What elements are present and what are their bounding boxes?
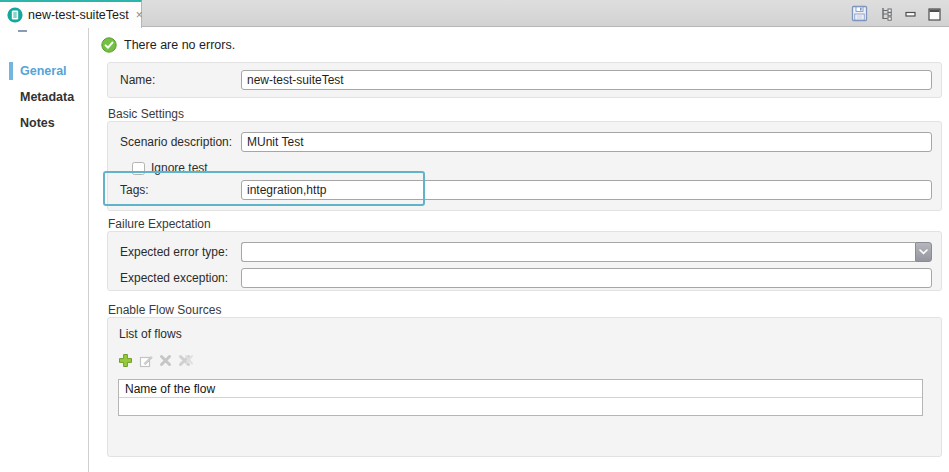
- expected-exception-row: Expected exception:: [120, 268, 932, 288]
- remove-all-flows-icon[interactable]: [178, 354, 194, 367]
- flows-list[interactable]: Name of the flow: [118, 379, 923, 416]
- sidebar-item-metadata[interactable]: Metadata: [0, 84, 88, 110]
- test-suite-icon: [7, 7, 23, 23]
- tags-label: Tags:: [120, 183, 241, 197]
- sidebar-item-label: Notes: [20, 116, 55, 130]
- minimize-icon[interactable]: [905, 7, 917, 21]
- ignore-test-label: Ignore test: [151, 161, 208, 175]
- general-form: There are no errors. Name: Basic Setting…: [90, 28, 949, 472]
- flows-empty-row: [119, 398, 922, 415]
- add-flow-icon[interactable]: [118, 353, 133, 368]
- failure-expectation-header: Failure Expectation: [108, 217, 211, 231]
- close-icon[interactable]: ×: [136, 9, 143, 21]
- sidebar-item-label: General: [20, 64, 67, 78]
- name-panel: Name:: [107, 62, 942, 98]
- scenario-description-input[interactable]: [241, 132, 932, 152]
- ignore-test-row: Ignore test: [132, 160, 208, 176]
- flows-column-header: Name of the flow: [119, 380, 922, 398]
- save-icon[interactable]: [851, 5, 868, 22]
- enable-flow-sources-header: Enable Flow Sources: [108, 303, 221, 317]
- sidebar-item-general[interactable]: General: [0, 58, 88, 84]
- sidebar-dash: [18, 30, 27, 32]
- maximize-icon[interactable]: [928, 7, 941, 21]
- active-indicator-bar: [9, 62, 13, 80]
- sidebar-item-notes[interactable]: Notes: [0, 110, 88, 136]
- name-field-row: Name:: [120, 70, 932, 90]
- status-row: There are no errors.: [101, 37, 235, 53]
- flows-toolbar: [118, 353, 194, 368]
- sidebar-item-label: Metadata: [20, 90, 74, 104]
- expected-error-type-label: Expected error type:: [120, 245, 241, 259]
- basic-settings-header: Basic Settings: [108, 107, 184, 121]
- form-sidebar: General Metadata Notes: [0, 28, 89, 472]
- scenario-description-label: Scenario description:: [120, 135, 241, 149]
- list-of-flows-title: List of flows: [119, 327, 182, 341]
- chevron-down-icon[interactable]: [915, 242, 932, 262]
- tab-new-test-suite[interactable]: new-test-suiteTest ×: [0, 0, 142, 28]
- expected-exception-input[interactable]: [241, 268, 932, 288]
- remove-flow-icon[interactable]: [159, 354, 172, 367]
- enable-flow-sources-panel: List of flows Name of the flow: [107, 317, 942, 457]
- failure-expectation-panel: Expected error type: Expected exception:: [107, 231, 942, 291]
- check-circle-icon: [101, 37, 117, 53]
- expected-error-type-value[interactable]: [241, 242, 915, 262]
- editor-toolbar: [851, 0, 941, 27]
- name-input[interactable]: [241, 70, 932, 90]
- basic-settings-panel: Scenario description: Ignore test Tags:: [107, 121, 942, 211]
- tab-title: new-test-suiteTest: [28, 8, 129, 22]
- status-message: There are no errors.: [124, 38, 235, 52]
- scenario-field-row: Scenario description:: [120, 132, 932, 152]
- edit-flow-icon[interactable]: [139, 354, 153, 368]
- name-label: Name:: [120, 73, 241, 87]
- ignore-test-checkbox[interactable]: [132, 162, 145, 175]
- expected-error-type-combobox[interactable]: [241, 242, 932, 262]
- expected-error-type-row: Expected error type:: [120, 242, 932, 262]
- outline-icon[interactable]: [879, 6, 894, 22]
- expected-exception-label: Expected exception:: [120, 271, 241, 285]
- tags-field-row: Tags:: [120, 180, 932, 200]
- tags-input[interactable]: [241, 180, 932, 200]
